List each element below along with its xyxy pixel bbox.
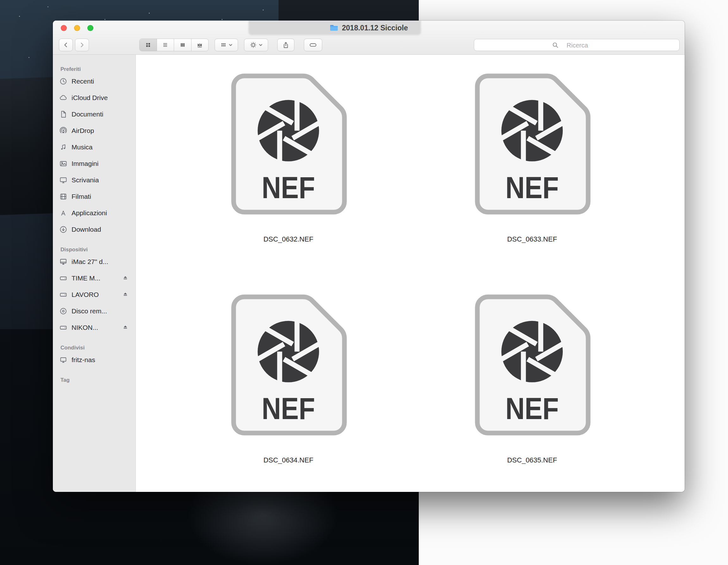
network-computer-icon	[59, 356, 67, 364]
sidebar-item-scrivania[interactable]: Scrivania	[53, 172, 135, 188]
file-name[interactable]: DSC_0634.NEF	[263, 456, 313, 464]
sidebar-item-applicazioni[interactable]: Applicazioni	[53, 205, 135, 221]
file-view: NEF DSC_0632.NEF	[136, 55, 685, 492]
eject-icon[interactable]	[122, 324, 129, 331]
sidebar-item-time-machine[interactable]: TIME M...	[53, 270, 135, 286]
eject-icon[interactable]	[122, 275, 129, 281]
search-icon	[552, 42, 559, 49]
sidebar-item-immagini[interactable]: Immagini	[53, 155, 135, 172]
chevron-left-icon	[63, 42, 69, 48]
window-chrome: 2018.01.12 Sicciole	[53, 21, 685, 55]
desktop-icon	[59, 176, 67, 184]
file-name[interactable]: DSC_0633.NEF	[507, 235, 557, 243]
sidebar-item-filmati[interactable]: Filmati	[53, 188, 135, 205]
nef-file-icon[interactable]: NEF	[228, 292, 348, 438]
svg-text:NEF: NEF	[262, 170, 315, 205]
sidebar-item-documenti[interactable]: Documenti	[53, 106, 135, 122]
sidebar-item-lavoro[interactable]: LAVORO	[53, 286, 135, 303]
sidebar-section-tag: Tag	[53, 376, 135, 384]
external-disk-icon	[59, 323, 67, 332]
view-columns-button[interactable]	[174, 39, 191, 51]
list-view-icon	[162, 42, 168, 48]
stars	[0, 0, 1, 1]
clock-icon	[59, 77, 67, 85]
optical-disc-icon	[59, 307, 67, 315]
film-icon	[59, 192, 67, 201]
window-title-text: 2018.01.12 Sicciole	[342, 24, 408, 32]
view-coverflow-button[interactable]	[191, 39, 209, 51]
icon-view-icon	[145, 42, 151, 48]
applications-icon	[59, 209, 67, 217]
column-view-icon	[180, 42, 185, 48]
back-button[interactable]	[59, 39, 73, 51]
external-disk-icon	[59, 291, 67, 299]
sidebar-section-condivisi: Condivisi	[53, 344, 135, 352]
sidebar-section-dispositivi: Dispositivi	[53, 246, 135, 254]
file-item[interactable]: NEF DSC_0633.NEF	[443, 71, 621, 243]
edit-tags-button[interactable]	[304, 39, 322, 51]
search-field	[474, 39, 680, 51]
arrange-grid-icon	[221, 42, 226, 48]
sidebar-item-icloud-drive[interactable]: iCloud Drive	[53, 90, 135, 106]
file-item[interactable]: NEF DSC_0632.NEF	[200, 71, 377, 243]
airdrop-icon	[59, 127, 67, 135]
finder-window: 2018.01.12 Sicciole	[53, 21, 685, 492]
chevron-right-icon	[79, 42, 85, 48]
imac-icon	[59, 258, 67, 266]
forward-button[interactable]	[75, 39, 89, 51]
music-note-icon	[59, 143, 67, 151]
eject-icon[interactable]	[122, 292, 129, 298]
photos-icon	[59, 160, 67, 168]
coverflow-view-icon	[197, 42, 203, 48]
action-menu-button[interactable]	[244, 39, 268, 51]
tag-pill-icon	[309, 42, 317, 48]
nef-file-icon[interactable]: NEF	[472, 292, 592, 438]
view-switcher	[139, 39, 209, 51]
view-list-button[interactable]	[157, 39, 174, 51]
gear-icon	[250, 42, 256, 48]
cloud-icon	[59, 94, 67, 102]
sidebar-item-musica[interactable]: Musica	[53, 139, 135, 155]
svg-text:NEF: NEF	[505, 391, 559, 426]
search-input[interactable]	[474, 39, 681, 51]
nef-file-icon[interactable]: NEF	[472, 71, 592, 217]
files-grid: NEF DSC_0632.NEF	[136, 55, 685, 464]
svg-text:NEF: NEF	[505, 170, 559, 205]
sidebar-item-download[interactable]: Download	[53, 221, 135, 238]
chevron-down-icon	[259, 44, 262, 46]
nef-file-icon[interactable]: NEF	[228, 71, 348, 217]
sidebar-item-recenti[interactable]: Recenti	[53, 73, 135, 90]
file-name[interactable]: DSC_0632.NEF	[263, 235, 313, 243]
sidebar: Preferiti Recenti iCloud Drive Documenti	[53, 55, 136, 492]
folder-proxy-icon[interactable]	[329, 24, 338, 32]
chevron-down-icon	[229, 44, 232, 46]
sidebar-section-preferiti: Preferiti	[53, 66, 135, 73]
sidebar-item-airdrop[interactable]: AirDrop	[53, 122, 135, 139]
toolbar	[53, 35, 685, 55]
sidebar-item-nikon[interactable]: NIKON...	[53, 319, 135, 336]
document-icon	[59, 110, 67, 118]
window-title: 2018.01.12 Sicciole	[53, 21, 685, 35]
download-icon	[59, 225, 67, 234]
share-icon	[283, 42, 289, 48]
sidebar-item-disco-remoto[interactable]: Disco rem...	[53, 303, 135, 319]
sidebar-item-imac[interactable]: iMac 27" d...	[53, 254, 135, 270]
share-button[interactable]	[277, 39, 294, 51]
sidebar-item-fritz-nas[interactable]: fritz-nas	[53, 352, 135, 368]
file-name[interactable]: DSC_0635.NEF	[507, 456, 557, 464]
view-icons-button[interactable]	[140, 39, 157, 51]
svg-text:NEF: NEF	[262, 391, 315, 426]
arrange-button[interactable]	[215, 39, 238, 51]
external-disk-icon	[59, 274, 67, 282]
file-item[interactable]: NEF DSC_0634.NEF	[200, 292, 377, 464]
file-item[interactable]: NEF DSC_0635.NEF	[443, 292, 621, 464]
